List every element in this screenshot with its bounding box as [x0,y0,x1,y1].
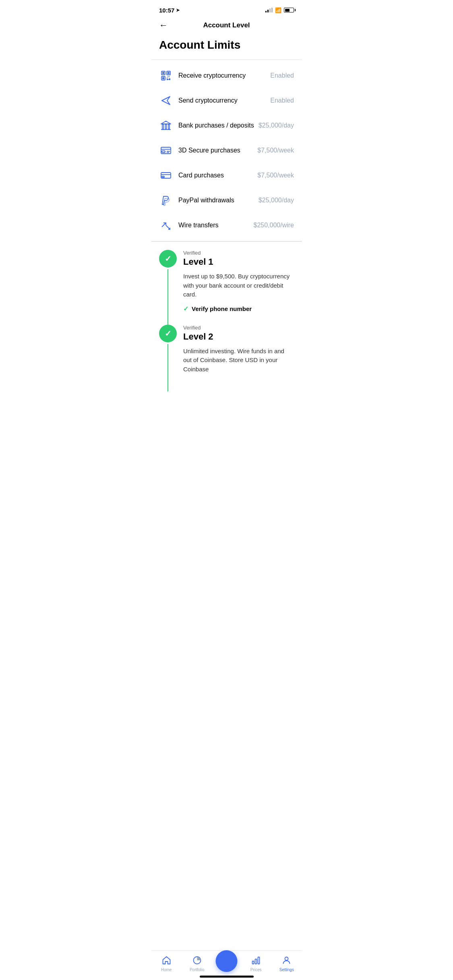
level-timeline: ✓ [159,250,177,325]
list-item: Card purchases $7,500/week [151,163,302,188]
svg-line-25 [162,223,166,227]
svg-rect-7 [169,76,170,77]
svg-rect-15 [168,124,170,129]
limit-value: $25,000/day [259,197,294,204]
card3d-icon [159,144,173,157]
svg-line-26 [166,225,170,229]
limit-label: Receive cryptocurrency [178,72,246,79]
limit-value: Enabled [270,72,294,79]
svg-rect-9 [169,78,170,80]
limit-label: 3D Secure purchases [178,147,240,154]
list-item: Wire transfers $250,000/wire [151,213,302,238]
page-title-header: Account Level [203,21,250,29]
svg-rect-5 [162,77,164,79]
level-name: Level 1 [183,257,294,267]
level-circle-1: ✓ [159,250,177,268]
level-item-2: ✓ Verified Level 2 Unlimited investing. … [159,325,294,392]
status-icons: 📶 [265,7,294,13]
list-item: 3D Secure purchases $7,500/week [151,138,302,163]
svg-marker-12 [161,121,171,124]
timeline-line-2 [168,344,168,392]
levels-section: ✓ Verified Level 1 Invest up to $9,500. … [151,241,302,391]
svg-rect-10 [167,79,168,80]
limit-value: Enabled [270,97,294,104]
svg-rect-3 [162,72,164,74]
svg-rect-24 [162,176,164,177]
signal-icon [265,8,273,12]
paypal-icon [159,194,173,207]
svg-marker-11 [162,97,170,105]
svg-rect-6 [168,76,168,77]
limits-section: Receive cryptocurrency Enabled Send cryp… [151,60,302,241]
svg-rect-14 [165,124,167,129]
level-name-2: Level 2 [183,331,294,342]
level-description: Invest up to $9,500. Buy cryptocurrency … [183,272,294,299]
level-circle-2: ✓ [159,325,177,342]
list-item: Bank purchases / deposits $25,000/day [151,113,302,138]
level-description-2: Unlimited investing. Wire funds in and o… [183,347,294,374]
back-button[interactable]: ← [159,21,168,30]
level-status: Verified [183,250,294,256]
svg-rect-4 [168,72,170,74]
svg-rect-13 [162,124,163,129]
list-item: PayPal withdrawals $25,000/day [151,188,302,213]
list-item: Send cryptocurrency Enabled [151,88,302,113]
nav-header: ← Account Level [151,18,302,35]
limit-value: $7,500/week [257,172,294,179]
limit-value: $250,000/wire [253,222,294,229]
limit-label: Card purchases [178,172,224,179]
requirement-label: Verify phone number [192,305,252,312]
bank-icon [159,119,173,132]
status-time: 10:57 ➤ [159,7,180,14]
main-content: Account Limits [151,35,302,432]
requirement-check-icon: ✓ [183,305,188,313]
status-bar: 10:57 ➤ 📶 [151,0,302,18]
qr-icon [159,69,173,82]
send-icon [159,94,173,107]
level-status-2: Verified [183,325,294,331]
page-title: Account Limits [151,35,302,60]
limit-label: Wire transfers [178,222,219,229]
svg-rect-19 [162,151,165,152]
limit-label: Bank purchases / deposits [178,122,254,129]
card-icon [159,169,173,182]
location-icon: ➤ [176,8,180,13]
list-item: Receive cryptocurrency Enabled [151,63,302,88]
svg-rect-8 [167,78,168,78]
limit-label: Send cryptocurrency [178,97,238,104]
wire-icon [159,218,173,232]
limit-value: $25,000/day [259,122,294,129]
level-timeline-2: ✓ [159,325,177,392]
wifi-icon: 📶 [275,7,281,13]
battery-icon [284,8,294,12]
limit-value: $7,500/week [257,147,294,154]
level-requirement: ✓ Verify phone number [183,305,294,313]
limit-label: PayPal withdrawals [178,197,234,204]
timeline-line [168,269,168,325]
level-item-1: ✓ Verified Level 1 Invest up to $9,500. … [159,250,294,325]
